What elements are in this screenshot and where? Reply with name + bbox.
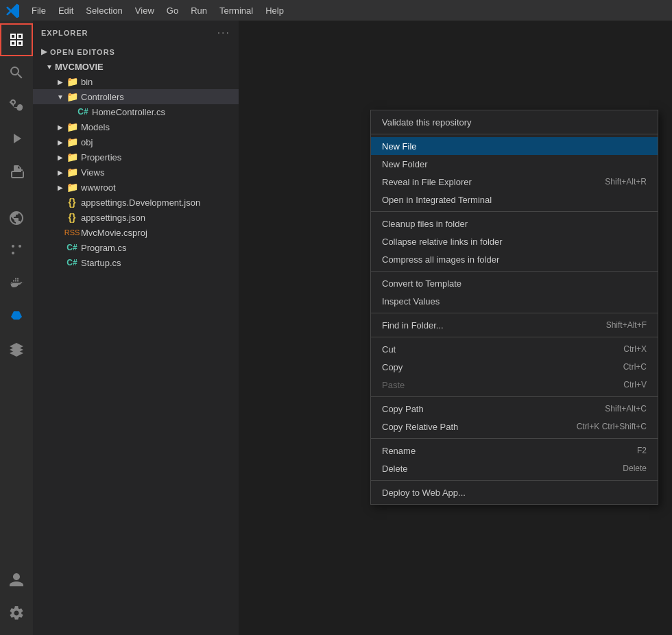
- ctx-new-folder[interactable]: New Folder: [371, 155, 658, 173]
- ctx-validate-label: Validate this repository: [382, 117, 472, 128]
- ctx-compress[interactable]: Compress all images in folder: [371, 250, 658, 268]
- ctx-paste[interactable]: Paste Ctrl+V: [371, 376, 658, 394]
- docker-activity-icon[interactable]: [0, 267, 33, 300]
- appsettings-dev-icon: {}: [66, 196, 78, 208]
- ctx-cleanup[interactable]: Cleanup files in folder: [371, 215, 658, 232]
- ctx-copy-shortcut: Ctrl+C: [623, 362, 647, 372]
- menu-selection[interactable]: Selection: [80, 4, 128, 17]
- ctx-collapse-links[interactable]: Collapse relative links in folder: [371, 232, 658, 250]
- ctx-delete[interactable]: Delete Delete: [371, 459, 658, 477]
- menu-terminal[interactable]: Terminal: [214, 4, 259, 17]
- views-folder-icon: 📁: [66, 166, 78, 178]
- menu-go[interactable]: Go: [161, 4, 184, 17]
- ctx-cleanup-label: Cleanup files in folder: [382, 219, 468, 229]
- sidebar-header: EXPLORER ···: [33, 21, 239, 45]
- menu-file[interactable]: File: [26, 4, 51, 17]
- ctx-copy[interactable]: Copy Ctrl+C: [371, 358, 658, 376]
- tree-item-appsettings[interactable]: ▶ {} appsettings.json: [33, 210, 239, 225]
- layers-activity-icon[interactable]: [0, 333, 33, 366]
- project-root[interactable]: ▼ MVCMOVIE: [33, 59, 239, 74]
- vscode-logo: [5, 3, 21, 18]
- tree-item-csproj[interactable]: ▶ RSS MvcMovie.csproj: [33, 225, 239, 240]
- ctx-compress-label: Compress all images in folder: [382, 254, 499, 265]
- ctx-cut-label: Cut: [382, 344, 396, 355]
- tree-item-obj[interactable]: ▶ 📁 obj: [33, 134, 239, 149]
- startup-file-icon: C#: [66, 256, 78, 269]
- models-folder-icon: 📁: [66, 121, 78, 133]
- ctx-open-terminal[interactable]: Open in Integrated Terminal: [371, 191, 658, 208]
- ctx-rename[interactable]: Rename F2: [371, 442, 658, 459]
- source-control-activity-icon[interactable]: [0, 89, 33, 122]
- program-label: Program.cs: [81, 243, 239, 253]
- explorer-title: EXPLORER: [41, 29, 88, 37]
- ctx-new-folder-label: New Folder: [382, 159, 427, 169]
- git-graph-activity-icon[interactable]: [0, 235, 33, 267]
- ctx-cut[interactable]: Cut Ctrl+X: [371, 340, 658, 358]
- ctx-rename-label: Rename: [382, 446, 416, 456]
- appsettings-dev-label: appsettings.Development.json: [81, 197, 239, 208]
- context-menu: Validate this repository New File New Fo…: [370, 110, 658, 505]
- ctx-copy-path-shortcut: Shift+Alt+C: [605, 404, 647, 414]
- appsettings-icon: {}: [66, 211, 78, 224]
- csproj-label: MvcMovie.csproj: [81, 228, 239, 238]
- menu-view[interactable]: View: [130, 4, 160, 17]
- tree-item-controllers[interactable]: ▼ 📁 Controllers: [33, 89, 239, 104]
- ctx-reveal[interactable]: Reveal in File Explorer Shift+Alt+R: [371, 173, 658, 191]
- ctx-find[interactable]: Find in Folder... Shift+Alt+F: [371, 316, 658, 334]
- properties-folder-icon: 📁: [66, 151, 78, 163]
- ctx-deploy-label: Deploy to Web App...: [382, 488, 466, 498]
- ctx-copy-label: Copy: [382, 362, 403, 372]
- tree-item-startup[interactable]: ▶ C# Startup.cs: [33, 255, 239, 270]
- controllers-folder-icon: 📁: [66, 91, 78, 103]
- ctx-convert-label: Convert to Template: [382, 278, 461, 289]
- sidebar-more-options[interactable]: ···: [217, 27, 230, 39]
- controllers-label: Controllers: [81, 92, 239, 102]
- obj-arrow: ▶: [55, 136, 66, 147]
- remote-activity-icon[interactable]: [0, 202, 33, 235]
- ctx-copy-path-label: Copy Path: [382, 404, 424, 414]
- file-tree: ▶ OPEN EDITORS ▼ MVCMOVIE ▶ 📁 bin ▼ 📁: [33, 45, 239, 635]
- ctx-copy-rel-path[interactable]: Copy Relative Path Ctrl+K Ctrl+Shift+C: [371, 418, 658, 435]
- menu-help[interactable]: Help: [260, 4, 289, 17]
- open-editors-label: OPEN EDITORS: [50, 48, 115, 56]
- ctx-deploy[interactable]: Deploy to Web App...: [371, 483, 658, 501]
- tree-item-properties[interactable]: ▶ 📁 Properties: [33, 149, 239, 165]
- properties-label: Properties: [81, 152, 239, 163]
- ctx-sep-2: [371, 211, 658, 212]
- tree-item-program[interactable]: ▶ C# Program.cs: [33, 240, 239, 255]
- ctx-cut-shortcut: Ctrl+X: [623, 344, 647, 354]
- ctx-sep-1: [371, 134, 658, 134]
- ctx-inspect-label: Inspect Values: [382, 296, 440, 307]
- account-activity-icon[interactable]: [0, 564, 33, 597]
- ctx-copy-rel-path-shortcut: Ctrl+K Ctrl+Shift+C: [577, 422, 647, 431]
- tree-item-views[interactable]: ▶ 📁 Views: [33, 165, 239, 180]
- ctx-copy-path[interactable]: Copy Path Shift+Alt+C: [371, 400, 658, 418]
- ctx-open-terminal-label: Open in Integrated Terminal: [382, 195, 492, 205]
- settings-activity-icon[interactable]: [0, 597, 33, 630]
- extensions-activity-icon[interactable]: [0, 155, 33, 188]
- run-debug-activity-icon[interactable]: [0, 122, 33, 155]
- ctx-reveal-shortcut: Shift+Alt+R: [605, 177, 647, 187]
- sidebar: EXPLORER ··· ▶ OPEN EDITORS ▼ MVCMOVIE ▶…: [33, 21, 239, 635]
- appsettings-label: appsettings.json: [81, 213, 239, 223]
- tree-item-wwwroot[interactable]: ▶ 📁 wwwroot: [33, 180, 239, 195]
- wwwroot-folder-icon: 📁: [66, 181, 78, 193]
- open-editors-section[interactable]: ▶ OPEN EDITORS: [33, 45, 239, 59]
- tree-item-appsettings-dev[interactable]: ▶ {} appsettings.Development.json: [33, 195, 239, 210]
- ctx-convert[interactable]: Convert to Template: [371, 274, 658, 292]
- explorer-activity-icon[interactable]: [0, 23, 33, 56]
- tree-item-models[interactable]: ▶ 📁 Models: [33, 119, 239, 134]
- ctx-new-file[interactable]: New File: [371, 137, 658, 155]
- search-activity-icon[interactable]: [0, 56, 33, 89]
- ctx-sep-3: [371, 271, 658, 272]
- open-editors-arrow: ▶: [41, 47, 47, 56]
- tree-item-homecontroller[interactable]: ▶ C# HomeController.cs: [33, 104, 239, 119]
- ctx-paste-label: Paste: [382, 380, 405, 390]
- menu-run[interactable]: Run: [185, 4, 213, 17]
- ctx-validate[interactable]: Validate this repository: [371, 113, 658, 131]
- azure-activity-icon[interactable]: [0, 300, 33, 333]
- ctx-inspect[interactable]: Inspect Values: [371, 292, 658, 310]
- program-file-icon: C#: [66, 241, 78, 254]
- tree-item-bin[interactable]: ▶ 📁 bin: [33, 74, 239, 89]
- menu-edit[interactable]: Edit: [53, 4, 79, 17]
